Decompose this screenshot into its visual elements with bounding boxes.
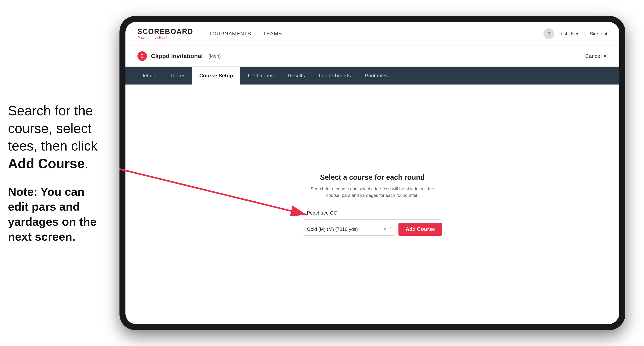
tournament-title-area: C Clippd Invitational (Men) — [138, 51, 221, 61]
annotation-note: Note: You can edit pars and yardages on … — [8, 184, 120, 244]
app-header: SCOREBOARD Powered by clippd TOURNAMENTS… — [126, 22, 619, 46]
tee-select-wrapper: Gold (M) (M) (7010 yds) ✕ ⌃ — [303, 223, 395, 236]
annotation-area: Search for the course, select tees, then… — [0, 0, 128, 346]
main-content: Select a course for each round Search fo… — [126, 85, 619, 324]
user-avatar: R — [544, 28, 554, 39]
logo-sub: Powered by clippd — [138, 36, 193, 40]
annotation-line2: course, select — [8, 121, 92, 136]
add-course-button[interactable]: Add Course — [398, 223, 442, 236]
tournament-header: C Clippd Invitational (Men) Cancel ✕ — [126, 46, 619, 67]
tablet: SCOREBOARD Powered by clippd TOURNAMENTS… — [120, 16, 625, 330]
form-title: Select a course for each round — [320, 173, 425, 181]
tab-course-setup[interactable]: Course Setup — [192, 67, 240, 85]
tab-printables[interactable]: Printables — [358, 67, 395, 85]
course-search-input[interactable] — [303, 207, 442, 219]
course-form-container: Select a course for each round Search fo… — [303, 173, 442, 236]
nav-teams[interactable]: TEAMS — [263, 31, 282, 37]
tournament-name: Clippd Invitational — [151, 53, 203, 59]
user-name: Test User — [558, 31, 578, 37]
annotation-line3: tees, then click — [8, 138, 98, 153]
annotation-line1: Search for the — [8, 103, 93, 118]
annotation-note-line1: Note: You can — [8, 185, 85, 198]
tournament-icon: C — [138, 51, 147, 61]
tablet-screen: SCOREBOARD Powered by clippd TOURNAMENTS… — [126, 22, 619, 324]
tablet-outer: SCOREBOARD Powered by clippd TOURNAMENTS… — [120, 16, 625, 330]
tournament-badge: (Men) — [208, 53, 221, 59]
header-right: R Test User | Sign out — [544, 28, 607, 39]
annotation-note-line4: next screen. — [8, 230, 76, 243]
annotation-bold: Add Course — [8, 156, 85, 171]
main-nav: TOURNAMENTS TEAMS — [209, 31, 544, 37]
logo-area: SCOREBOARD Powered by clippd — [138, 27, 193, 40]
cancel-button[interactable]: Cancel ✕ — [585, 53, 607, 59]
tee-select[interactable]: Gold (M) (M) (7010 yds) — [303, 223, 395, 236]
tab-leaderboards[interactable]: Leaderboards — [312, 67, 358, 85]
tab-results[interactable]: Results — [281, 67, 312, 85]
separator: | — [584, 31, 585, 37]
tab-teams[interactable]: Teams — [163, 67, 192, 85]
tab-details[interactable]: Details — [134, 67, 163, 85]
form-description: Search for a course and select a tee. Yo… — [311, 185, 434, 199]
logo-text: SCOREBOARD — [138, 27, 193, 36]
tee-select-row: Gold (M) (M) (7010 yds) ✕ ⌃ Add Course — [303, 223, 442, 236]
sign-out-link[interactable]: Sign out — [590, 31, 607, 37]
annotation-note-line3: yardages on the — [8, 215, 96, 228]
annotation-note-line2: edit pars and — [8, 200, 80, 213]
annotation-main: Search for the course, select tees, then… — [8, 102, 120, 172]
nav-tournaments[interactable]: TOURNAMENTS — [209, 31, 251, 37]
tab-tee-groups[interactable]: Tee Groups — [240, 67, 280, 85]
tab-nav: Details Teams Course Setup Tee Groups Re… — [126, 67, 619, 85]
